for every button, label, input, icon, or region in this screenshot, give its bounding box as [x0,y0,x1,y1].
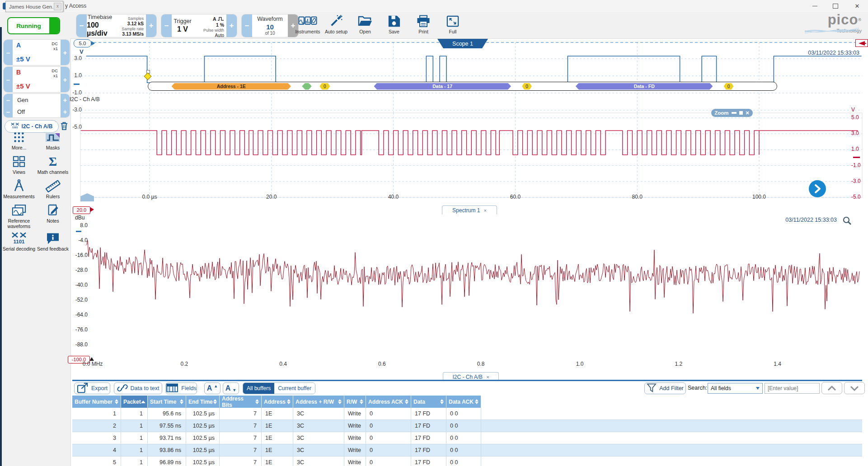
table-cell: 97.55 ns [148,420,186,432]
window-edge [0,27,2,466]
table-cell: 17 FD [411,432,446,444]
channel-A-decrease-button[interactable]: – [4,40,13,65]
next-waveform-button[interactable] [809,180,826,197]
timebase-increase-button[interactable] [146,14,156,37]
gen-decrease-button[interactable]: – [4,94,13,106]
column-header-packet[interactable]: Packet [121,396,148,408]
sidebar-tool-more[interactable]: More... [0,130,38,150]
chevron-down-icon [849,385,859,391]
data-to-text-button[interactable]: Data to text [114,382,162,394]
search-input[interactable] [765,383,820,394]
waveform-previous-button[interactable] [242,14,252,37]
toolbar-action-instruments[interactable]: Instruments [293,14,323,34]
column-header-buffer-number[interactable]: Buffer Number [72,396,121,408]
column-header-start-time[interactable]: Start Time [148,396,186,408]
magnifier-icon[interactable] [842,216,852,226]
all-buffers-button[interactable]: All buffers [243,383,274,394]
decode-channel-label: I2C - Ch A/B [70,96,100,103]
notification-close-button[interactable]: x [54,3,61,10]
decode-tab-close[interactable]: × [486,374,489,380]
column-header-end-time[interactable]: End Time [186,396,220,408]
search-field-dropdown[interactable]: All fields [708,383,763,394]
font-increase-button[interactable]: A▲ [204,382,221,394]
column-header-address[interactable]: Address [262,396,293,408]
channel-A-main: ADCx1±5 V [13,40,61,65]
full-icon [438,14,468,28]
main-toolbar: Running Timebase 100 µs/div Samples 3.12… [0,12,868,39]
column-header-address-ack[interactable]: Address ACK [366,396,411,408]
current-buffer-button[interactable]: Current buffer [274,383,315,394]
waveform-main[interactable]: Waveform 10 of 10 [252,14,288,37]
sidebar-tool-reference[interactable]: Reference waveforms [0,203,38,229]
tab-scope-1[interactable]: Scope 1 [437,39,488,48]
trigger-increase-button[interactable] [226,14,237,37]
spectrum-max-box[interactable]: 20.0 [73,206,90,214]
sidebar-tool-measurements[interactable]: Measurements [0,179,38,199]
channel-B-panel[interactable]: –BDCx1±5 V+ [4,67,70,92]
timebase-decrease-button[interactable] [76,14,87,37]
table-row[interactable]: 2197.55 ns102.5 µs71E3CWrite017 FD0 0 [72,420,862,432]
column-header-address-r-w[interactable]: Address + R/W [293,396,344,408]
trigger-mode: Pulse width [193,28,224,33]
column-header-r-w[interactable]: R/W [344,396,366,408]
zoom-maximize-icon[interactable] [739,111,743,115]
notification-toast[interactable]: James House Gen... x [5,1,63,12]
sidebar-tool-rulers[interactable]: Rulers [34,179,72,199]
spectrum-origin-marker [89,357,94,361]
toolbar-action-save[interactable]: Save [379,14,409,34]
rulers-label: Rulers [34,194,72,199]
sidebar-tool-views[interactable]: Views [0,154,38,175]
gen-state-decrease-button[interactable]: – [4,106,13,117]
channel-B-increase-button[interactable]: + [61,67,70,92]
close-button[interactable]: ✕ [848,0,867,12]
channel-A-panel[interactable]: –ADCx1±5 V+ [4,40,70,65]
column-header-data[interactable]: Data [411,396,446,408]
trigger-decrease-button[interactable] [161,14,172,37]
trigger-level-arrow[interactable] [855,39,868,47]
spectrum-y-label: 8.0 [66,222,88,228]
sidebar-tool-notes[interactable]: Notes [34,203,72,224]
add-filter-button[interactable]: Add Filter [644,382,686,394]
sort-icon [115,399,118,404]
trigger-main[interactable]: Trigger 1 V [172,14,193,37]
fields-button[interactable]: Fields [165,382,197,394]
zoom-overlay-toolbar[interactable]: Zoom ✕ [711,109,753,117]
gen-state[interactable]: Off [13,106,61,117]
channel-a-zero-marker[interactable] [74,84,80,85]
sidebar-tool-math[interactable]: ΣMath channels [34,154,72,175]
running-button[interactable]: Running [7,17,60,34]
table-row[interactable]: 1195.6 ns102.5 µs71E3CWrite017 FD0 0 [72,408,862,420]
table-row[interactable]: 5196.89 ns102.5 µs71E3CWrite017 FD0 0 [72,457,862,466]
tab-spectrum-1[interactable]: Spectrum 1 × [442,205,497,214]
search-next-button[interactable] [844,382,865,394]
zoom-minimize-icon[interactable] [732,112,737,114]
zoom-close-icon[interactable]: ✕ [746,111,750,115]
toolbar-action-print[interactable]: Print [408,14,438,34]
channel-B-decrease-button[interactable]: – [4,67,13,92]
table-cell: 1E [262,408,293,420]
trigger-title: Trigger [174,18,191,24]
table-row[interactable]: 4193.86 ns102.5 µs71E3CWrite017 FD0 0 [72,444,862,457]
maximize-button[interactable] [826,0,845,12]
sidebar-tool-masks[interactable]: Masks [34,130,72,150]
column-header-address-bits[interactable]: Address Bits [220,396,262,408]
spectrum-tab-close[interactable]: × [483,208,486,213]
sidebar-tool-serial[interactable]: 1101Serial decoding [0,231,38,252]
decoder-pill-label: I2C - Ch A/B [22,123,53,130]
scope-axis-max-box[interactable]: 5.0 [74,39,91,47]
table-cell: 17 FD [411,408,446,420]
export-button[interactable]: Export [74,382,110,394]
toolbar-action-full[interactable]: Full [438,14,468,34]
search-previous-button[interactable] [821,382,842,394]
table-cell: 102.5 µs [186,420,220,432]
toolbar-action-autosetup[interactable]: Auto setup [321,14,351,34]
minimize-button[interactable] [805,0,824,12]
gen-label[interactable]: Gen [13,94,61,106]
table-row[interactable]: 3193.71 ns102.5 µs71E3CWrite017 FD0 0 [72,432,862,444]
toolbar-action-open[interactable]: Open [350,14,380,34]
table-cell: 3C [293,457,344,466]
font-decrease-button[interactable]: A▼ [223,382,239,394]
sort-icon [255,399,259,404]
timebase-main[interactable]: Timebase 100 µs/div [87,14,113,37]
column-header-data-ack[interactable]: Data ACK [446,396,481,408]
